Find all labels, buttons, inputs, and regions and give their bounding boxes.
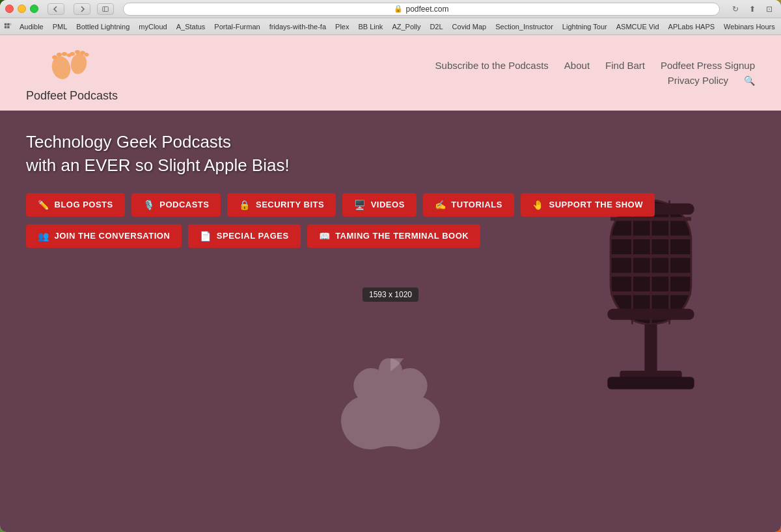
nav-subscribe[interactable]: Subscribe to the Podcasts	[435, 60, 549, 71]
taming-terminal-label: TAMING THE TERMINAL BOOK	[335, 231, 469, 241]
lock-icon: 🔒	[239, 200, 251, 210]
apple-watermark	[332, 358, 449, 506]
maximize-button[interactable]	[30, 5, 38, 13]
hero-title: Technology Geek Podcasts with an EVER so…	[26, 130, 755, 178]
blog-posts-label: BLOG POSTS	[55, 200, 113, 209]
support-show-label: SUPPORT THE SHOW	[549, 200, 643, 209]
bookmark-bottled-lightning[interactable]: Bottled Lightning	[72, 21, 133, 32]
svg-rect-6	[7, 26, 9, 28]
hero-buttons-row2: 👥 JOIN THE CONVERSATION 📄 SPECIAL PAGES …	[26, 224, 480, 248]
tutorials-label: TUTORIALS	[451, 200, 502, 209]
minimize-button[interactable]	[18, 5, 26, 13]
bookmarks-bar: Audible PML Bottled Lightning myCloud A_…	[0, 18, 781, 35]
svg-rect-31	[607, 309, 694, 320]
mic-icon: 🎙️	[143, 200, 155, 210]
special-pages-button[interactable]: 📄 SPECIAL PAGES	[188, 224, 300, 248]
document-icon: 📄	[200, 231, 212, 241]
svg-rect-3	[7, 23, 9, 25]
podcasts-label: PODCASTS	[159, 200, 209, 209]
join-conversation-button[interactable]: 👥 JOIN THE CONVERSATION	[26, 224, 182, 248]
hero-text: Technology Geek Podcasts with an EVER so…	[26, 130, 755, 178]
url-text: podfeet.com	[405, 5, 448, 14]
close-button[interactable]	[5, 5, 14, 13]
refresh-button[interactable]: ↻	[729, 3, 742, 15]
svg-rect-29	[607, 377, 694, 389]
svg-rect-5	[5, 26, 7, 28]
bookmark-plex[interactable]: Plex	[331, 21, 353, 32]
security-bits-button[interactable]: 🔒 SECURITY BITS	[227, 193, 336, 217]
pencil-icon: ✏️	[38, 200, 49, 210]
support-show-button[interactable]: 🤚 SUPPORT THE SHOW	[521, 193, 655, 217]
hero-buttons-row1: ✏️ BLOG POSTS 🎙️ PODCASTS 🔒 SECURITY BIT…	[26, 193, 655, 217]
share-button[interactable]: ⬆	[746, 3, 759, 15]
nav-privacy-policy[interactable]: Privacy Policy	[668, 75, 728, 86]
new-tab-button[interactable]: ⊡	[763, 3, 776, 15]
hero-section: Technology Geek Podcasts with an EVER so…	[0, 111, 781, 532]
site-header: Podfeet Podcasts Subscribe to the Podcas…	[0, 35, 781, 111]
logo-icon	[49, 43, 95, 88]
people-icon: 👥	[38, 231, 49, 241]
svg-rect-27	[644, 325, 657, 374]
url-bar[interactable]: 🔒 podfeet.com	[123, 3, 720, 16]
bookmark-a-status[interactable]: A_Status	[172, 21, 210, 32]
nav-links-row1: Subscribe to the Podcasts About Find Bar…	[435, 60, 755, 71]
svg-rect-4	[10, 23, 11, 25]
join-conversation-label: JOIN THE CONVERSATION	[55, 231, 171, 241]
bookmark-fridays[interactable]: fridays-with-the-fa	[266, 21, 330, 32]
hero-title-line1: Technology Geek Podcasts	[26, 130, 755, 153]
bookmark-bb-link[interactable]: BB Link	[354, 21, 387, 32]
image-tooltip: 1593 x 1020	[363, 287, 418, 302]
tutorials-button[interactable]: ✍️ TUTORIALS	[423, 193, 514, 217]
bookmark-covid-map[interactable]: Covid Map	[448, 21, 491, 32]
nav-about[interactable]: About	[564, 60, 590, 71]
bookmark-mycloud[interactable]: myCloud	[135, 21, 171, 32]
svg-point-10	[56, 53, 61, 57]
forward-button[interactable]	[74, 3, 90, 15]
bookmark-pml[interactable]: PML	[49, 21, 72, 32]
search-icon[interactable]: 🔍	[744, 75, 755, 86]
svg-point-11	[62, 52, 67, 56]
apps-grid-icon[interactable]	[4, 23, 12, 31]
svg-rect-0	[103, 7, 109, 11]
nav-find-bart[interactable]: Find Bart	[605, 60, 645, 71]
site-nav: Subscribe to the Podcasts About Find Bar…	[435, 60, 755, 86]
bookmark-webinars-hours[interactable]: Webinars Hours	[720, 21, 779, 32]
videos-button[interactable]: 🖥️ VIDEOS	[342, 193, 417, 217]
browser-content: Podfeet Podcasts Subscribe to the Podcas…	[0, 35, 781, 532]
hero-title-line2: with an EVER so Slight Apple Bias!	[26, 153, 755, 177]
svg-rect-2	[5, 23, 7, 25]
site-name: Podfeet Podcasts	[26, 89, 118, 103]
bookmark-asmcue-vid[interactable]: ASMCUE Vid	[612, 21, 663, 32]
book-icon: 📖	[319, 231, 331, 241]
mac-window: 🔒 podfeet.com ↻ ⬆ ⊡ Audible PML Bottled …	[0, 0, 781, 532]
hero-buttons: ✏️ BLOG POSTS 🎙️ PODCASTS 🔒 SECURITY BIT…	[26, 193, 755, 248]
title-bar: 🔒 podfeet.com ↻ ⬆ ⊡	[0, 0, 781, 18]
security-bits-label: SECURITY BITS	[256, 200, 324, 209]
taming-terminal-button[interactable]: 📖 TAMING THE TERMINAL BOOK	[307, 224, 481, 248]
hand-icon: 🤚	[532, 200, 544, 210]
videos-label: VIDEOS	[371, 200, 405, 209]
monitor-icon: 🖥️	[354, 200, 366, 210]
nav-press-signup[interactable]: Podfeet Press Signup	[661, 60, 755, 71]
bookmark-portal-furman[interactable]: Portal-Furman	[210, 21, 264, 32]
bookmark-audible[interactable]: Audible	[16, 21, 48, 32]
bookmark-d2l[interactable]: D2L	[426, 21, 446, 32]
nav-links-row2: Privacy Policy 🔍	[668, 75, 755, 86]
site-logo: Podfeet Podcasts	[26, 43, 118, 103]
pen-icon: ✍️	[435, 200, 446, 210]
bookmark-aplabs-haps[interactable]: APLabs HAPS	[665, 21, 719, 32]
podcasts-button[interactable]: 🎙️ PODCASTS	[131, 193, 221, 217]
bookmark-lightning-tour[interactable]: Lightning Tour	[558, 21, 611, 32]
blog-posts-button[interactable]: ✏️ BLOG POSTS	[26, 193, 125, 217]
bookmark-section-instructor[interactable]: Section_Instructor	[491, 21, 557, 32]
sidebar-toggle[interactable]	[97, 3, 114, 15]
bookmark-az-polly[interactable]: AZ_Polly	[388, 21, 424, 32]
lock-icon: 🔒	[394, 5, 403, 13]
back-button[interactable]	[48, 3, 64, 15]
special-pages-label: SPECIAL PAGES	[217, 231, 289, 241]
